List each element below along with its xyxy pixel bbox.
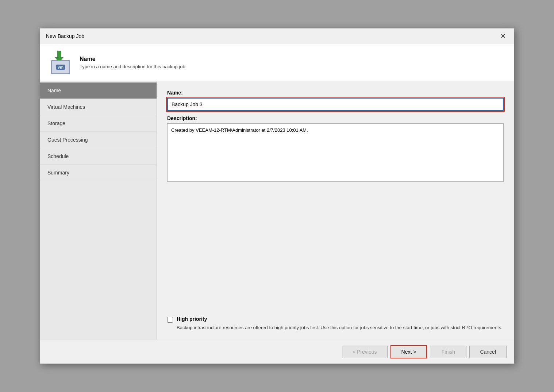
previous-button[interactable]: < Previous bbox=[342, 346, 388, 358]
arrow-shaft bbox=[57, 51, 61, 57]
title-bar: New Backup Job ✕ bbox=[40, 28, 514, 44]
dialog-title: New Backup Job bbox=[46, 33, 84, 39]
close-button[interactable]: ✕ bbox=[498, 32, 508, 40]
main-content: Name: Description: High priority Backup … bbox=[157, 81, 514, 340]
spacer bbox=[167, 187, 504, 309]
next-button[interactable]: Next > bbox=[391, 345, 427, 358]
sidebar-item-schedule[interactable]: Schedule bbox=[40, 148, 157, 165]
high-priority-label: High priority bbox=[177, 316, 207, 322]
header-title: Name bbox=[80, 56, 186, 62]
footer: < Previous Next > Finish Cancel bbox=[40, 340, 514, 364]
header-text: Name Type in a name and description for … bbox=[80, 56, 186, 69]
name-field-group: Name: bbox=[167, 90, 504, 111]
high-priority-row: High priority bbox=[167, 316, 504, 323]
vm-icon-box: vm bbox=[51, 60, 70, 74]
high-priority-checkbox[interactable] bbox=[167, 317, 173, 323]
high-priority-description: Backup infrastructure resources are offe… bbox=[177, 324, 504, 331]
sidebar-item-storage[interactable]: Storage bbox=[40, 115, 157, 132]
header-subtitle: Type in a name and description for this … bbox=[80, 64, 186, 69]
sidebar-item-virtual-machines[interactable]: Virtual Machines bbox=[40, 99, 157, 115]
name-input-wrapper bbox=[167, 98, 504, 111]
sidebar-item-guest-processing[interactable]: Guest Processing bbox=[40, 132, 157, 148]
cancel-button[interactable]: Cancel bbox=[469, 346, 507, 358]
description-textarea[interactable] bbox=[167, 123, 504, 182]
new-backup-job-dialog: New Backup Job ✕ vm Name Type in a name … bbox=[40, 28, 514, 364]
header-icon: vm bbox=[49, 51, 72, 74]
body-area: Name Virtual Machines Storage Guest Proc… bbox=[40, 81, 514, 340]
name-label: Name: bbox=[167, 90, 504, 96]
sidebar: Name Virtual Machines Storage Guest Proc… bbox=[40, 81, 157, 340]
description-label: Description: bbox=[167, 115, 504, 121]
header-area: vm Name Type in a name and description f… bbox=[40, 44, 514, 81]
description-field-group: Description: bbox=[167, 115, 504, 183]
vm-label: vm bbox=[56, 65, 65, 70]
sidebar-item-name[interactable]: Name bbox=[40, 82, 157, 99]
finish-button[interactable]: Finish bbox=[430, 346, 466, 358]
name-input[interactable] bbox=[167, 98, 504, 111]
high-priority-section: High priority Backup infrastructure reso… bbox=[167, 316, 504, 331]
sidebar-item-summary[interactable]: Summary bbox=[40, 165, 157, 181]
